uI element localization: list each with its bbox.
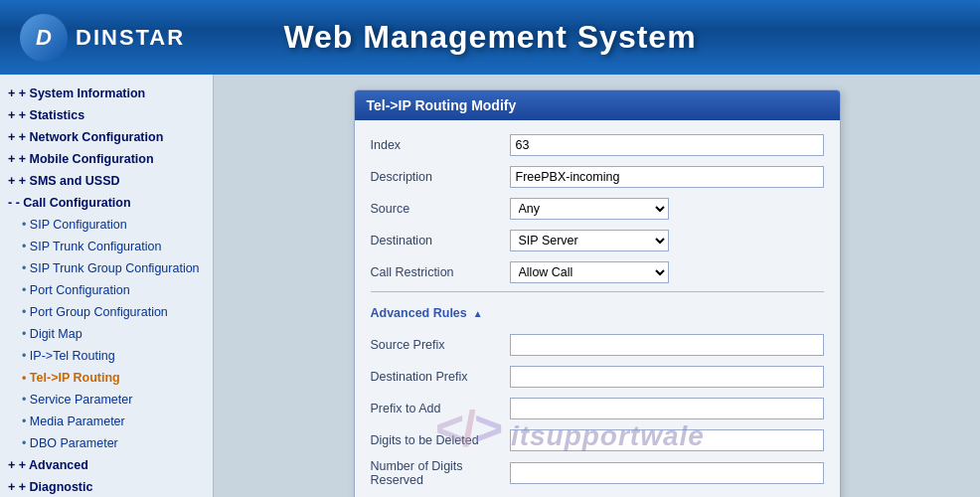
description-row: Description [371, 164, 824, 190]
advanced-rules-toggle[interactable]: Advanced Rules ▲ [371, 306, 483, 320]
digits-deleted-row: Digits to be Deleted [371, 427, 824, 453]
source-label: Source [371, 202, 510, 216]
source-row: Source Any Port 1 Port 2 Port Group [371, 196, 824, 222]
digits-reserved-control [510, 462, 824, 484]
sidebar-item-digit-map[interactable]: Digit Map [0, 323, 213, 345]
digits-reserved-row: Number of Digits Reserved [371, 459, 824, 487]
sidebar-item-sip-trunk-configuration[interactable]: SIP Trunk Configuration [0, 236, 213, 257]
sidebar-item-advanced[interactable]: + Advanced [0, 454, 213, 476]
digits-reserved-label: Number of Digits Reserved [371, 459, 510, 487]
call-restriction-row: Call Restriction Allow Call Deny Call [371, 259, 824, 285]
description-input[interactable] [510, 166, 824, 188]
form-body: Index Description Source [355, 120, 840, 497]
sidebar-item-call-configuration[interactable]: - Call Configuration [0, 192, 213, 214]
sidebar-item-diagnostic[interactable]: + Diagnostic [0, 476, 213, 497]
prefix-to-add-row: Prefix to Add [371, 396, 824, 421]
index-input[interactable] [510, 134, 824, 156]
prefix-to-add-label: Prefix to Add [371, 402, 510, 415]
digits-reserved-input[interactable] [510, 462, 824, 484]
sidebar-item-system-information[interactable]: + System Information [0, 83, 213, 104]
advanced-rules-label-text: Advanced Rules [371, 306, 467, 320]
sidebar-item-ip-tel-routing[interactable]: IP->Tel Routing [0, 345, 213, 367]
destination-prefix-label: Destination Prefix [371, 370, 510, 384]
destination-label: Destination [371, 234, 510, 248]
call-restriction-select[interactable]: Allow Call Deny Call [510, 261, 669, 283]
source-prefix-input[interactable] [510, 334, 824, 356]
sidebar-item-port-group-configuration[interactable]: Port Group Configuration [0, 301, 213, 323]
body-area: + System Information + Statistics + Netw… [0, 75, 980, 497]
destination-select[interactable]: SIP Server SIP Trunk SIP Trunk Group [510, 230, 669, 251]
sidebar-item-sms-ussd[interactable]: + SMS and USSD [0, 170, 213, 192]
destination-prefix-row: Destination Prefix [371, 364, 824, 390]
form-panel-title: Tel->IP Routing Modify [355, 90, 840, 120]
description-control [510, 166, 824, 188]
destination-control: SIP Server SIP Trunk SIP Trunk Group [510, 230, 824, 251]
page-title: Web Management System [283, 19, 696, 56]
logo-icon: D [20, 14, 68, 62]
logo-area: D DINSTAR [20, 14, 185, 62]
sidebar-item-service-parameter[interactable]: Service Parameter [0, 389, 213, 411]
prefix-to-add-input[interactable] [510, 398, 824, 419]
sidebar-item-dbo-parameter[interactable]: DBO Parameter [0, 432, 213, 454]
triangle-icon: ▲ [473, 308, 483, 319]
advanced-rules-row: Advanced Rules ▲ [371, 300, 824, 326]
index-label: Index [371, 138, 510, 152]
description-label: Description [371, 170, 510, 184]
sidebar-item-sip-configuration[interactable]: SIP Configuration [0, 214, 213, 236]
sidebar-item-port-configuration[interactable]: Port Configuration [0, 279, 213, 301]
sidebar-item-sip-trunk-group-configuration[interactable]: SIP Trunk Group Configuration [0, 257, 213, 279]
source-control: Any Port 1 Port 2 Port Group [510, 198, 824, 220]
brand-name: DINSTAR [76, 25, 185, 51]
source-select[interactable]: Any Port 1 Port 2 Port Group [510, 198, 669, 220]
call-restriction-control: Allow Call Deny Call [510, 261, 824, 283]
sidebar-item-statistics[interactable]: + Statistics [0, 104, 213, 126]
digits-deleted-input[interactable] [510, 429, 824, 451]
header: D DINSTAR Web Management System [0, 0, 980, 75]
destination-row: Destination SIP Server SIP Trunk SIP Tru… [371, 228, 824, 253]
index-control [510, 134, 824, 156]
destination-prefix-input[interactable] [510, 366, 824, 388]
sidebar-item-media-parameter[interactable]: Media Parameter [0, 411, 213, 432]
source-prefix-row: Source Prefix [371, 332, 824, 358]
sidebar: + System Information + Statistics + Netw… [0, 75, 214, 497]
sidebar-item-network-configuration[interactable]: + Network Configuration [0, 126, 213, 148]
call-restriction-label: Call Restriction [371, 265, 510, 279]
source-prefix-control [510, 334, 824, 356]
divider [371, 291, 824, 292]
source-prefix-label: Source Prefix [371, 338, 510, 352]
sidebar-item-mobile-configuration[interactable]: + Mobile Configuration [0, 148, 213, 170]
prefix-to-add-control [510, 398, 824, 419]
destination-prefix-control [510, 366, 824, 388]
sidebar-item-tel-ip-routing[interactable]: Tel->IP Routing [0, 367, 213, 389]
digits-deleted-control [510, 429, 824, 451]
index-row: Index [371, 132, 824, 158]
digits-deleted-label: Digits to be Deleted [371, 433, 510, 447]
form-panel: Tel->IP Routing Modify Index Description [354, 89, 841, 497]
main-content: </> itsupportwale Tel->IP Routing Modify… [214, 75, 980, 497]
